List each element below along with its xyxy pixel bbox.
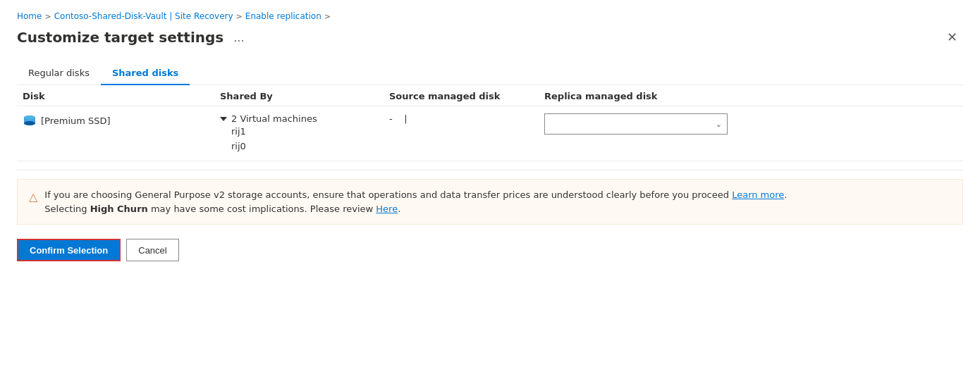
vm-item-rij1: rij1: [220, 124, 378, 139]
shared-by-cell: 2 Virtual machines rij1 rij0: [214, 109, 384, 158]
svg-point-2: [24, 116, 35, 120]
close-button[interactable]: ✕: [941, 27, 963, 48]
high-churn-label: High Churn: [90, 204, 148, 214]
table-header-row: Disk Shared By Source managed disk Repli…: [17, 85, 963, 106]
page-title-area: Customize target settings ...: [17, 29, 248, 46]
more-options-icon[interactable]: ...: [229, 30, 248, 46]
warning-text: If you are choosing General Purpose v2 s…: [44, 188, 787, 216]
tab-regular-disks[interactable]: Regular disks: [17, 62, 101, 85]
tab-shared-disks[interactable]: Shared disks: [101, 62, 190, 85]
here-link[interactable]: Here: [376, 204, 398, 214]
breadcrumb-sep2: >: [236, 12, 243, 21]
warning-text-part5: .: [398, 204, 400, 214]
breadcrumb-home[interactable]: Home: [17, 11, 42, 21]
tabs-container: Regular disks Shared disks: [17, 62, 963, 85]
breadcrumb: Home > Contoso-Shared-Disk-Vault | Site …: [17, 11, 963, 21]
vm-group-header: 2 Virtual machines: [220, 113, 378, 124]
confirm-selection-button[interactable]: Confirm Selection: [17, 239, 121, 261]
replica-managed-disk-cell: ⌄: [539, 109, 963, 139]
breadcrumb-sep3: >: [324, 12, 331, 21]
vm-count-label: 2 Virtual machines: [231, 113, 317, 124]
disks-table: Disk Shared By Source managed disk Repli…: [17, 85, 963, 161]
warning-text-part2: .: [784, 189, 787, 200]
warning-icon: △: [29, 189, 37, 206]
source-disk-value: - |: [389, 113, 408, 124]
warning-banner: △ If you are choosing General Purpose v2…: [17, 179, 963, 225]
table-row: [Premium SSD] 2 Virtual machines rij1 ri…: [17, 106, 963, 161]
breadcrumb-vault[interactable]: Contoso-Shared-Disk-Vault | Site Recover…: [54, 11, 233, 21]
replica-disk-dropdown-wrapper: ⌄: [544, 113, 728, 135]
breadcrumb-enable-replication[interactable]: Enable replication: [245, 11, 321, 21]
cancel-button[interactable]: Cancel: [126, 239, 178, 261]
warning-text-part1: If you are choosing General Purpose v2 s…: [44, 189, 732, 200]
footer-actions: Confirm Selection Cancel: [17, 233, 963, 273]
warning-text-part4: may have some cost implications. Please …: [148, 204, 376, 214]
replica-disk-dropdown[interactable]: [544, 113, 728, 135]
vm-item-rij0: rij0: [220, 139, 378, 154]
disk-label: [Premium SSD]: [41, 116, 111, 126]
col-header-replica-managed-disk: Replica managed disk: [539, 91, 963, 101]
breadcrumb-sep1: >: [44, 12, 51, 21]
col-header-source-managed-disk: Source managed disk: [384, 91, 539, 101]
warning-text-part3: Selecting: [44, 204, 90, 214]
expand-icon[interactable]: [220, 117, 227, 121]
section-divider: [17, 170, 963, 170]
col-header-disk: Disk: [17, 91, 214, 101]
svg-point-1: [24, 121, 35, 125]
learn-more-link[interactable]: Learn more: [732, 189, 784, 200]
page-title: Customize target settings: [17, 29, 223, 46]
disk-cell: [Premium SSD]: [17, 109, 214, 132]
col-header-shared-by: Shared By: [214, 91, 384, 101]
page-header: Customize target settings ... ✕: [17, 27, 963, 48]
premium-ssd-icon: [23, 113, 37, 127]
source-managed-disk-cell: - |: [384, 109, 539, 128]
